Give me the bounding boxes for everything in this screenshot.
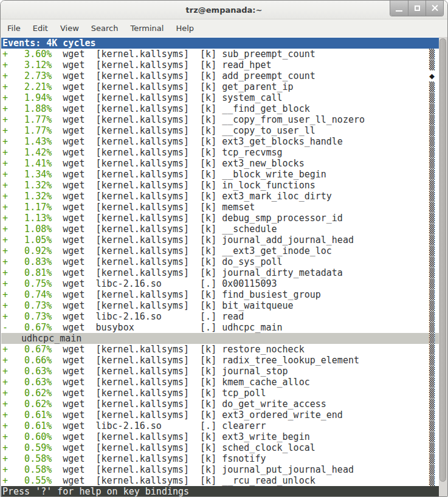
perf-row[interactable]: -0.67% wget busybox [.] udhcpc_main▒	[1, 322, 439, 333]
perf-row[interactable]: +0.75% wget libc-2.16.so [.] 0x00115093▒	[1, 278, 439, 289]
perf-row[interactable]: +1.42% wget [kernel.kallsyms] [k] tcp_re…	[1, 147, 439, 158]
perf-row[interactable]: +0.58% wget [kernel.kallsyms] [k] journa…	[1, 464, 439, 475]
maximize-icon	[415, 5, 420, 11]
close-button[interactable]	[426, 1, 443, 16]
row-expand-marker[interactable]: +	[2, 235, 24, 245]
perf-row[interactable]: +0.60% wget [kernel.kallsyms] [k] ext3_w…	[1, 431, 439, 442]
perf-row[interactable]: +0.63% wget [kernel.kallsyms] [k] journa…	[1, 366, 439, 377]
titlebar[interactable]: trz@empanada:~	[1, 1, 447, 19]
row-expand-marker[interactable]: +	[2, 158, 24, 169]
row-percent: 0.73%	[24, 311, 52, 322]
row-expand-marker[interactable]: +	[2, 278, 24, 289]
row-percent: 0.59%	[24, 442, 52, 453]
row-expand-marker[interactable]: +	[2, 256, 24, 267]
perf-row[interactable]: +0.73% wget libc-2.16.so [.] read▒	[1, 311, 439, 322]
row-expand-marker[interactable]: +	[2, 366, 24, 377]
perf-row[interactable]: +3.12% wget [kernel.kallsyms] [k] read_h…	[1, 60, 439, 70]
row-expand-marker[interactable]: +	[2, 169, 24, 180]
perf-row[interactable]: +0.63% wget [kernel.kallsyms] [k] kmem_c…	[1, 377, 439, 388]
row-expand-marker[interactable]: +	[2, 311, 24, 322]
row-expand-marker[interactable]: +	[2, 399, 24, 410]
row-expand-marker[interactable]: +	[2, 420, 24, 431]
perf-row[interactable]: +1.41% wget [kernel.kallsyms] [k] ext3_n…	[1, 158, 439, 169]
row-expand-marker[interactable]: +	[2, 191, 24, 202]
maximize-button[interactable]	[408, 1, 426, 16]
row-expand-marker[interactable]: +	[2, 344, 24, 355]
perf-row[interactable]: +1.43% wget [kernel.kallsyms] [k] ext3_g…	[1, 136, 439, 147]
perf-row[interactable]: +0.67% wget [kernel.kallsyms] [k] restor…	[1, 344, 439, 355]
row-expand-marker[interactable]: +	[2, 355, 24, 366]
menu-file[interactable]: File	[1, 19, 27, 37]
row-expand-marker[interactable]: +	[2, 442, 24, 453]
perf-row[interactable]: +0.62% wget [kernel.kallsyms] [k] tcp_po…	[1, 388, 439, 399]
perf-row[interactable]: +0.58% wget [kernel.kallsyms] [k] fsnoti…	[1, 453, 439, 464]
row-expand-marker[interactable]: +	[2, 180, 24, 191]
row-expand-marker[interactable]: +	[2, 245, 24, 256]
row-expand-marker[interactable]: +	[2, 125, 24, 136]
perf-row[interactable]: +1.77% wget [kernel.kallsyms] [k] __copy…	[1, 114, 439, 125]
row-expand-marker[interactable]: -	[2, 322, 24, 333]
row-expand-marker[interactable]: +	[2, 453, 24, 464]
perf-row[interactable]: +1.34% wget [kernel.kallsyms] [k] __bloc…	[1, 169, 439, 180]
row-expand-marker[interactable]: +	[2, 377, 24, 388]
row-expand-marker[interactable]: +	[2, 475, 24, 486]
row-expand-marker[interactable]: +	[2, 147, 24, 158]
terminal-scrollbar[interactable]	[439, 37, 447, 497]
perf-row[interactable]: +2.73% wget [kernel.kallsyms] [k] add_pr…	[1, 70, 439, 81]
row-expand-marker[interactable]: +	[2, 92, 24, 103]
row-expand-marker[interactable]: +	[2, 103, 24, 114]
row-expand-marker[interactable]: +	[2, 300, 24, 311]
perf-row[interactable]: +1.17% wget [kernel.kallsyms] [k] memset…	[1, 202, 439, 213]
perf-row[interactable]: +0.74% wget [kernel.kallsyms] [k] find_b…	[1, 289, 439, 300]
row-expand-marker[interactable]: +	[2, 213, 24, 224]
row-expand-marker[interactable]: +	[2, 81, 24, 92]
row-text: wget [kernel.kallsyms] [k] memset	[52, 202, 255, 213]
menu-terminal[interactable]: Terminal	[124, 19, 170, 37]
scroll-track-shade-icon: ▒	[429, 235, 435, 245]
scroll-track-shade-icon: ▒	[429, 158, 435, 169]
row-expand-marker[interactable]: +	[2, 60, 24, 70]
scroll-track-shade-icon: ▒	[429, 333, 435, 344]
perf-row[interactable]: +1.77% wget [kernel.kallsyms] [k] __copy…	[1, 125, 439, 136]
menu-view[interactable]: View	[54, 19, 85, 37]
row-expand-marker[interactable]: +	[2, 464, 24, 475]
row-expand-marker[interactable]: +	[2, 70, 24, 81]
row-expand-marker[interactable]: +	[2, 49, 24, 60]
row-percent: 0.62%	[24, 388, 52, 399]
perf-row[interactable]: +0.66% wget [kernel.kallsyms] [k] radix_…	[1, 355, 439, 366]
row-expand-marker[interactable]: +	[2, 388, 24, 399]
perf-row[interactable]: +0.83% wget [kernel.kallsyms] [k] do_sys…	[1, 256, 439, 267]
perf-row[interactable]: +0.59% wget [kernel.kallsyms] [k] sched_…	[1, 442, 439, 453]
perf-row[interactable]: +1.05% wget [kernel.kallsyms] [k] journa…	[1, 235, 439, 245]
row-expand-marker[interactable]: +	[2, 410, 24, 420]
row-expand-marker[interactable]: +	[2, 431, 24, 442]
row-expand-marker[interactable]: +	[2, 202, 24, 213]
row-expand-marker[interactable]: +	[2, 289, 24, 300]
perf-row[interactable]: +0.81% wget [kernel.kallsyms] [k] journa…	[1, 267, 439, 278]
row-expand-marker[interactable]: +	[2, 114, 24, 125]
row-expand-marker[interactable]: +	[2, 224, 24, 235]
menu-edit[interactable]: Edit	[27, 19, 54, 37]
perf-row[interactable]: +1.88% wget [kernel.kallsyms] [k] __find…	[1, 103, 439, 114]
perf-row[interactable]: +0.61% wget [kernel.kallsyms] [k] ext3_o…	[1, 410, 439, 420]
perf-row[interactable]: +0.61% wget libc-2.16.so [.] clearerr▒	[1, 420, 439, 431]
perf-row[interactable]: +0.92% wget [kernel.kallsyms] [k] __ext3…	[1, 245, 439, 256]
row-expand-marker[interactable]: +	[2, 267, 24, 278]
scrollbar-thumb[interactable]	[439, 38, 446, 482]
perf-row[interactable]: +0.62% wget [kernel.kallsyms] [k] do_get…	[1, 399, 439, 410]
menu-search[interactable]: Search	[85, 19, 125, 37]
perf-row[interactable]: +1.32% wget [kernel.kallsyms] [k] in_loc…	[1, 180, 439, 191]
minimize-button[interactable]	[390, 1, 408, 16]
perf-row[interactable]: +0.73% wget [kernel.kallsyms] [k] bit_wa…	[1, 300, 439, 311]
perf-row[interactable]: +1.32% wget [kernel.kallsyms] [k] ext3_m…	[1, 191, 439, 202]
perf-row[interactable]: +0.55% wget [kernel.kallsyms] [k] __rcu_…	[1, 475, 439, 486]
perf-row[interactable]: +2.21% wget [kernel.kallsyms] [k] get_pa…	[1, 81, 439, 92]
perf-row[interactable]: +1.94% wget [kernel.kallsyms] [k] system…	[1, 92, 439, 103]
row-expand-marker[interactable]: +	[2, 136, 24, 147]
perf-row[interactable]: +1.13% wget [kernel.kallsyms] [k] debug_…	[1, 213, 439, 224]
perf-row[interactable]: +1.08% wget [kernel.kallsyms] [k] __sche…	[1, 224, 439, 235]
callchain-row[interactable]: udhcpc_main▒	[1, 333, 439, 344]
menu-help[interactable]: Help	[170, 19, 200, 37]
perf-row[interactable]: +3.60% wget [kernel.kallsyms] [k] sub_pr…	[1, 49, 439, 60]
row-percent: 0.63%	[24, 366, 52, 377]
